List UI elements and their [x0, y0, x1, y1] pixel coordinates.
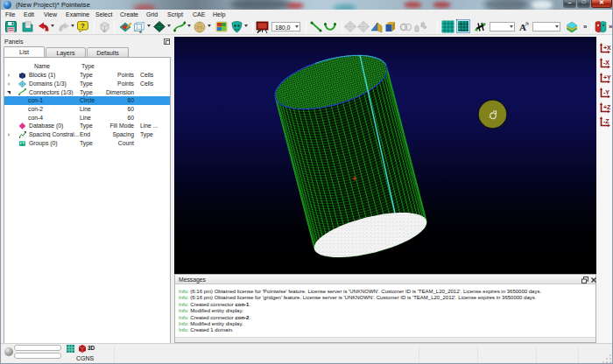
svg-text:-X: -X — [603, 60, 609, 66]
svg-text:a: a — [139, 29, 142, 34]
svg-text:+Z: +Z — [603, 104, 611, 110]
svg-text:-Z: -Z — [603, 118, 609, 124]
svg-text:+X: +X — [603, 45, 611, 51]
svg-text:-Y: -Y — [603, 89, 609, 95]
svg-text:?: ? — [81, 22, 85, 30]
svg-text:A: A — [519, 22, 526, 32]
svg-text:+Y: +Y — [603, 74, 611, 80]
